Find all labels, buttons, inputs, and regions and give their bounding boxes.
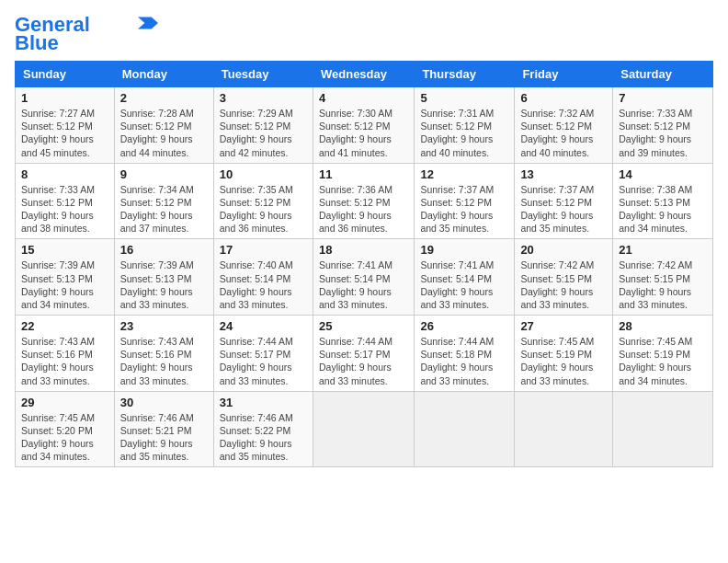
calendar-cell: 18Sunrise: 7:41 AM Sunset: 5:14 PM Dayli… [313, 239, 414, 316]
svg-marker-0 [138, 17, 158, 29]
calendar-week-row: 8Sunrise: 7:33 AM Sunset: 5:12 PM Daylig… [16, 163, 713, 239]
day-number: 23 [120, 319, 208, 333]
day-number: 10 [220, 167, 307, 181]
calendar-cell: 3Sunrise: 7:29 AM Sunset: 5:12 PM Daylig… [213, 87, 313, 164]
day-info: Sunrise: 7:44 AM Sunset: 5:17 PM Dayligh… [220, 335, 307, 387]
day-number: 29 [21, 396, 108, 409]
day-number: 7 [619, 91, 707, 105]
day-info: Sunrise: 7:42 AM Sunset: 5:15 PM Dayligh… [520, 259, 607, 311]
calendar-cell: 15Sunrise: 7:39 AM Sunset: 5:13 PM Dayli… [16, 239, 115, 316]
calendar-cell: 21Sunrise: 7:42 AM Sunset: 5:15 PM Dayli… [613, 239, 713, 316]
day-number: 8 [21, 167, 108, 181]
calendar-cell: 10Sunrise: 7:35 AM Sunset: 5:12 PM Dayli… [213, 163, 313, 239]
day-number: 5 [420, 91, 508, 105]
day-number: 9 [120, 167, 208, 181]
day-number: 18 [319, 243, 408, 257]
header-day-thursday: Thursday [415, 62, 515, 87]
calendar-cell: 24Sunrise: 7:44 AM Sunset: 5:17 PM Dayli… [213, 316, 313, 392]
day-info: Sunrise: 7:39 AM Sunset: 5:13 PM Dayligh… [120, 259, 208, 311]
day-number: 27 [520, 319, 607, 333]
day-info: Sunrise: 7:43 AM Sunset: 5:16 PM Dayligh… [120, 335, 208, 387]
calendar-cell [515, 391, 613, 467]
day-number: 26 [420, 319, 508, 333]
day-info: Sunrise: 7:46 AM Sunset: 5:22 PM Dayligh… [220, 411, 307, 464]
calendar-cell: 17Sunrise: 7:40 AM Sunset: 5:14 PM Dayli… [213, 239, 313, 316]
day-info: Sunrise: 7:28 AM Sunset: 5:12 PM Dayligh… [120, 107, 208, 159]
day-number: 6 [520, 91, 607, 105]
day-number: 11 [319, 167, 408, 181]
day-number: 12 [420, 167, 508, 181]
day-info: Sunrise: 7:41 AM Sunset: 5:14 PM Dayligh… [319, 259, 408, 311]
calendar-cell: 5Sunrise: 7:31 AM Sunset: 5:12 PM Daylig… [415, 87, 515, 164]
day-number: 2 [120, 91, 208, 105]
day-info: Sunrise: 7:30 AM Sunset: 5:12 PM Dayligh… [319, 107, 408, 159]
calendar-header-row: SundayMondayTuesdayWednesdayThursdayFrid… [16, 62, 713, 87]
calendar-cell: 20Sunrise: 7:42 AM Sunset: 5:15 PM Dayli… [515, 239, 613, 316]
day-info: Sunrise: 7:42 AM Sunset: 5:15 PM Dayligh… [619, 259, 707, 311]
day-info: Sunrise: 7:45 AM Sunset: 5:19 PM Dayligh… [619, 335, 707, 387]
calendar-week-row: 15Sunrise: 7:39 AM Sunset: 5:13 PM Dayli… [16, 239, 713, 316]
calendar-cell [613, 391, 713, 467]
day-info: Sunrise: 7:45 AM Sunset: 5:19 PM Dayligh… [520, 335, 607, 387]
calendar-cell: 6Sunrise: 7:32 AM Sunset: 5:12 PM Daylig… [515, 87, 613, 164]
calendar-cell: 1Sunrise: 7:27 AM Sunset: 5:12 PM Daylig… [16, 87, 115, 164]
day-info: Sunrise: 7:38 AM Sunset: 5:13 PM Dayligh… [619, 183, 707, 236]
header-day-sunday: Sunday [16, 62, 115, 87]
calendar-cell: 8Sunrise: 7:33 AM Sunset: 5:12 PM Daylig… [16, 163, 115, 239]
day-info: Sunrise: 7:33 AM Sunset: 5:12 PM Dayligh… [21, 183, 108, 236]
day-info: Sunrise: 7:40 AM Sunset: 5:14 PM Dayligh… [220, 259, 307, 311]
logo-icon [138, 17, 158, 29]
day-info: Sunrise: 7:33 AM Sunset: 5:12 PM Dayligh… [619, 107, 707, 159]
calendar-cell: 11Sunrise: 7:36 AM Sunset: 5:12 PM Dayli… [313, 163, 414, 239]
calendar-cell: 22Sunrise: 7:43 AM Sunset: 5:16 PM Dayli… [16, 316, 115, 392]
calendar-cell: 16Sunrise: 7:39 AM Sunset: 5:13 PM Dayli… [114, 239, 213, 316]
calendar-cell: 30Sunrise: 7:46 AM Sunset: 5:21 PM Dayli… [114, 391, 213, 467]
calendar-cell: 26Sunrise: 7:44 AM Sunset: 5:18 PM Dayli… [415, 316, 515, 392]
calendar-cell: 19Sunrise: 7:41 AM Sunset: 5:14 PM Dayli… [415, 239, 515, 316]
day-info: Sunrise: 7:41 AM Sunset: 5:14 PM Dayligh… [420, 259, 508, 311]
day-number: 24 [220, 319, 307, 333]
day-number: 1 [21, 91, 108, 105]
calendar-cell: 7Sunrise: 7:33 AM Sunset: 5:12 PM Daylig… [613, 87, 713, 164]
calendar-cell: 28Sunrise: 7:45 AM Sunset: 5:19 PM Dayli… [613, 316, 713, 392]
calendar-cell: 27Sunrise: 7:45 AM Sunset: 5:19 PM Dayli… [515, 316, 613, 392]
calendar-cell: 12Sunrise: 7:37 AM Sunset: 5:12 PM Dayli… [415, 163, 515, 239]
day-info: Sunrise: 7:31 AM Sunset: 5:12 PM Dayligh… [420, 107, 508, 159]
day-number: 31 [220, 396, 307, 409]
header-day-wednesday: Wednesday [313, 62, 414, 87]
day-number: 22 [21, 319, 108, 333]
day-number: 4 [319, 91, 408, 105]
day-number: 17 [220, 243, 307, 257]
calendar-week-row: 22Sunrise: 7:43 AM Sunset: 5:16 PM Dayli… [16, 316, 713, 392]
calendar-cell: 2Sunrise: 7:28 AM Sunset: 5:12 PM Daylig… [114, 87, 213, 164]
day-info: Sunrise: 7:35 AM Sunset: 5:12 PM Dayligh… [220, 183, 307, 236]
day-info: Sunrise: 7:29 AM Sunset: 5:12 PM Dayligh… [220, 107, 307, 159]
calendar-week-row: 29Sunrise: 7:45 AM Sunset: 5:20 PM Dayli… [16, 391, 713, 467]
calendar-cell: 14Sunrise: 7:38 AM Sunset: 5:13 PM Dayli… [613, 163, 713, 239]
day-number: 14 [619, 167, 707, 181]
day-info: Sunrise: 7:34 AM Sunset: 5:12 PM Dayligh… [120, 183, 208, 236]
header-day-saturday: Saturday [613, 62, 713, 87]
header-day-monday: Monday [114, 62, 213, 87]
day-info: Sunrise: 7:44 AM Sunset: 5:17 PM Dayligh… [319, 335, 408, 387]
header-day-tuesday: Tuesday [213, 62, 313, 87]
calendar-cell: 25Sunrise: 7:44 AM Sunset: 5:17 PM Dayli… [313, 316, 414, 392]
day-number: 19 [420, 243, 508, 257]
day-info: Sunrise: 7:32 AM Sunset: 5:12 PM Dayligh… [520, 107, 607, 159]
day-number: 28 [619, 319, 707, 333]
logo-blue-text: Blue [15, 33, 59, 53]
calendar-cell: 23Sunrise: 7:43 AM Sunset: 5:16 PM Dayli… [114, 316, 213, 392]
day-info: Sunrise: 7:37 AM Sunset: 5:12 PM Dayligh… [520, 183, 607, 236]
day-number: 20 [520, 243, 607, 257]
day-info: Sunrise: 7:37 AM Sunset: 5:12 PM Dayligh… [420, 183, 508, 236]
day-info: Sunrise: 7:44 AM Sunset: 5:18 PM Dayligh… [420, 335, 508, 387]
calendar-cell: 9Sunrise: 7:34 AM Sunset: 5:12 PM Daylig… [114, 163, 213, 239]
day-info: Sunrise: 7:43 AM Sunset: 5:16 PM Dayligh… [21, 335, 108, 387]
header-day-friday: Friday [515, 62, 613, 87]
day-number: 13 [520, 167, 607, 181]
day-info: Sunrise: 7:46 AM Sunset: 5:21 PM Dayligh… [120, 411, 208, 464]
day-number: 25 [319, 319, 408, 333]
calendar-cell [415, 391, 515, 467]
calendar-cell: 4Sunrise: 7:30 AM Sunset: 5:12 PM Daylig… [313, 87, 414, 164]
calendar-cell [313, 391, 414, 467]
